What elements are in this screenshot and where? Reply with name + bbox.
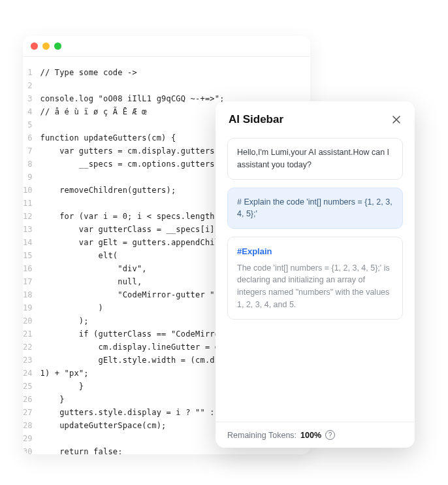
ai-response-message: #Explain The code 'int[] numbers = {1, 2…	[227, 237, 403, 320]
response-tag: #Explain	[237, 245, 393, 258]
minimize-window-icon[interactable]	[42, 42, 50, 50]
close-icon[interactable]	[391, 114, 402, 125]
remaining-tokens-value: 100%	[300, 431, 321, 440]
ai-greeting-message: Hello,I'm Lumi,your AI assistant.How can…	[227, 138, 403, 180]
line-number-gutter: 1 2 3 4 5 6 7 8 9 10 11 12 13 14 15 16 1…	[23, 66, 40, 454]
remaining-tokens-label: Remaining Tokens:	[227, 431, 296, 440]
help-icon[interactable]: ?	[325, 430, 335, 440]
window-titlebar	[23, 36, 310, 57]
traffic-lights	[31, 42, 61, 50]
sidebar-footer: Remaining Tokens: 100% ?	[216, 422, 415, 448]
response-body: The code 'int[] numbers = {1, 2, 3, 4, 5…	[237, 263, 390, 309]
close-window-icon[interactable]	[31, 42, 38, 50]
ai-sidebar: AI Sidebar Hello,I'm Lumi,your AI assist…	[216, 101, 415, 448]
sidebar-title: AI Sidebar	[229, 113, 283, 126]
user-query-message: # Explain the code 'int[] numbers = {1, …	[227, 188, 403, 229]
maximize-window-icon[interactable]	[54, 42, 61, 50]
sidebar-body: Hello,I'm Lumi,your AI assistant.How can…	[216, 134, 415, 422]
sidebar-header: AI Sidebar	[216, 101, 415, 134]
